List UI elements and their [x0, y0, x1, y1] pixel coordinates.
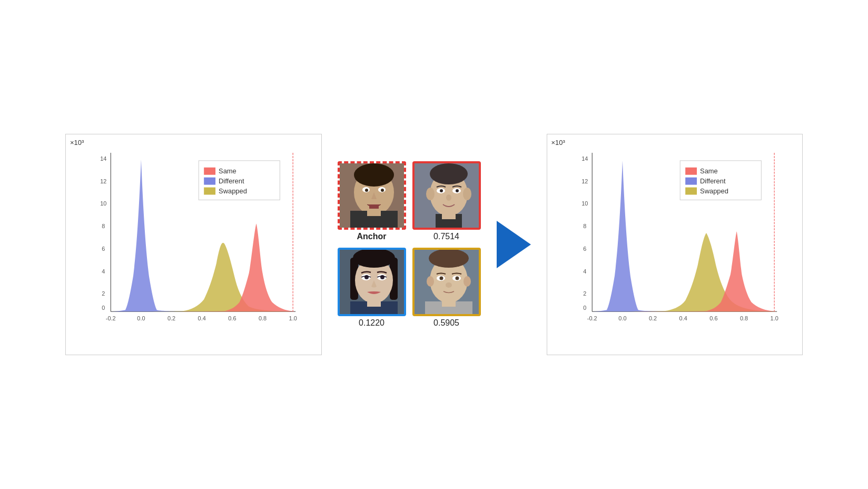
score-bottom-left-face [338, 248, 406, 316]
svg-text:1.0: 1.0 [289, 315, 297, 321]
svg-text:10: 10 [100, 200, 106, 207]
svg-text:0.6: 0.6 [228, 315, 236, 321]
face-grid: Anchor [338, 161, 481, 328]
svg-text:8: 8 [583, 223, 586, 229]
score-bottom-left: 0.1220 [359, 318, 384, 328]
svg-rect-18 [204, 168, 215, 175]
svg-point-61 [429, 251, 468, 268]
score-top-right-face [412, 161, 481, 230]
svg-text:0.2: 0.2 [167, 315, 175, 321]
svg-text:-0.2: -0.2 [587, 315, 597, 321]
svg-point-41 [440, 189, 443, 192]
svg-text:2: 2 [583, 290, 586, 297]
left-chart-title: ×10³ [70, 139, 84, 146]
svg-point-66 [439, 277, 443, 280]
svg-text:Different: Different [219, 177, 244, 185]
svg-text:Different: Different [700, 177, 726, 185]
svg-text:14: 14 [100, 155, 106, 162]
svg-text:-0.2: -0.2 [106, 315, 116, 321]
svg-text:2: 2 [102, 290, 105, 297]
right-chart-container: ×10³ 14 12 10 8 6 4 2 0 -0.2 0.0 0.2 0.4… [547, 134, 803, 355]
svg-point-62 [427, 276, 434, 287]
svg-point-63 [463, 276, 471, 287]
svg-point-29 [365, 189, 368, 192]
score-top-right-cell: 0.7514 [412, 161, 481, 241]
svg-text:4: 4 [583, 268, 586, 275]
svg-text:0.6: 0.6 [709, 315, 717, 321]
right-arrow-icon [497, 221, 531, 268]
right-chart-svg: 14 12 10 8 6 4 2 0 -0.2 0.0 0.2 0.4 0.6 … [574, 150, 787, 328]
svg-text:0.8: 0.8 [259, 315, 267, 321]
svg-rect-57 [367, 301, 381, 307]
svg-rect-22 [204, 188, 215, 195]
svg-point-54 [364, 275, 369, 279]
anchor-face [338, 161, 406, 230]
svg-text:0: 0 [102, 305, 105, 311]
svg-point-51 [354, 251, 394, 268]
svg-point-36 [430, 163, 468, 184]
svg-rect-33 [367, 210, 381, 216]
svg-text:8: 8 [102, 223, 105, 229]
svg-rect-70 [442, 301, 456, 307]
svg-text:Swapped: Swapped [219, 187, 247, 195]
svg-text:6: 6 [102, 246, 105, 252]
svg-rect-91 [685, 178, 697, 185]
svg-text:0.8: 0.8 [739, 315, 747, 321]
anchor-cell: Anchor [338, 161, 406, 241]
score-bottom-right: 0.5905 [433, 318, 459, 328]
svg-point-55 [380, 275, 384, 279]
score-top-right: 0.7514 [433, 232, 459, 241]
main-container: ×10³ 14 12 10 8 6 4 2 0 -0.2 0.0 0.2 0.4… [65, 134, 803, 355]
svg-point-67 [455, 277, 459, 280]
svg-text:6: 6 [583, 246, 586, 252]
svg-rect-89 [685, 168, 697, 175]
anchor-label: Anchor [357, 232, 387, 241]
svg-point-68 [446, 282, 452, 288]
svg-text:4: 4 [102, 268, 105, 275]
svg-text:Swapped: Swapped [700, 187, 728, 195]
left-chart-container: ×10³ 14 12 10 8 6 4 2 0 -0.2 0.0 0.2 0.4… [65, 134, 322, 355]
svg-text:0.0: 0.0 [618, 315, 626, 321]
svg-text:Same: Same [219, 167, 236, 175]
svg-text:0.4: 0.4 [198, 315, 206, 321]
svg-point-43 [446, 194, 451, 201]
svg-point-37 [426, 188, 435, 200]
svg-text:12: 12 [100, 178, 106, 184]
svg-rect-93 [685, 188, 697, 195]
svg-rect-45 [442, 214, 456, 219]
svg-text:0.0: 0.0 [137, 315, 145, 321]
middle-section: Anchor [338, 161, 481, 328]
svg-text:12: 12 [581, 178, 588, 184]
right-chart-title: ×10³ [551, 139, 565, 146]
arrow-container [497, 221, 531, 268]
svg-point-30 [381, 189, 384, 192]
svg-point-42 [456, 189, 459, 192]
svg-text:0.4: 0.4 [679, 315, 687, 321]
svg-point-26 [354, 163, 394, 187]
svg-rect-20 [204, 178, 215, 185]
svg-text:0: 0 [583, 305, 586, 311]
svg-text:14: 14 [581, 155, 588, 162]
svg-point-38 [463, 188, 471, 200]
svg-text:0.2: 0.2 [648, 315, 656, 321]
score-bottom-right-cell: 0.5905 [412, 248, 481, 328]
left-chart-svg: 14 12 10 8 6 4 2 0 -0.2 0.0 0.2 0.4 0.6 … [92, 150, 305, 328]
score-bottom-right-face [412, 248, 481, 316]
score-bottom-left-cell: 0.1220 [338, 248, 406, 328]
svg-rect-31 [369, 204, 379, 209]
svg-text:10: 10 [581, 200, 588, 207]
svg-text:Same: Same [700, 167, 718, 175]
svg-text:1.0: 1.0 [770, 315, 778, 321]
